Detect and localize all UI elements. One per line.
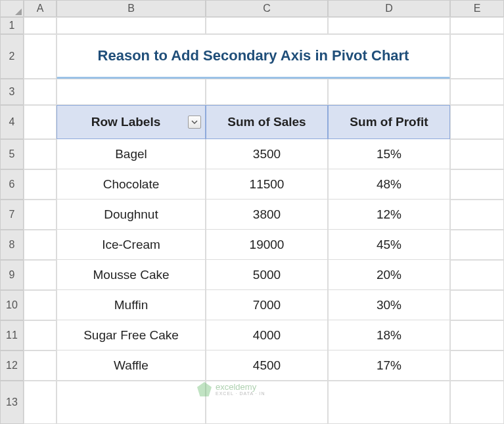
cell[interactable] xyxy=(450,169,504,200)
cell[interactable] xyxy=(450,200,504,230)
table-row-label[interactable]: Sugar Free Cake xyxy=(57,320,206,350)
cell[interactable] xyxy=(450,381,504,424)
cell[interactable] xyxy=(206,17,328,34)
cell[interactable] xyxy=(24,169,57,200)
row-header-13[interactable]: 13 xyxy=(0,381,24,424)
cell[interactable] xyxy=(24,260,57,290)
table-row-profit[interactable]: 45% xyxy=(328,230,450,260)
col-header-c[interactable]: C xyxy=(206,0,328,17)
col-header-b[interactable]: B xyxy=(57,0,206,17)
col-header-d[interactable]: D xyxy=(328,0,450,17)
pivot-header-sum-sales[interactable]: Sum of Sales xyxy=(206,105,328,139)
cell[interactable] xyxy=(24,320,57,350)
cell[interactable] xyxy=(450,230,504,260)
table-row-label[interactable]: Muffin xyxy=(57,290,206,320)
cell[interactable] xyxy=(24,17,57,34)
row-header-6[interactable]: 6 xyxy=(0,169,24,200)
spreadsheet-grid: A B C D E 1 2 3 4 5 6 7 8 9 10 11 12 13 … xyxy=(0,0,504,424)
table-row-label[interactable]: Bagel xyxy=(57,139,206,169)
cell[interactable] xyxy=(206,381,328,424)
filter-dropdown-button[interactable] xyxy=(188,116,201,129)
cell[interactable] xyxy=(450,290,504,320)
row-header-11[interactable]: 11 xyxy=(0,320,24,350)
table-row-sales[interactable]: 5000 xyxy=(206,260,328,290)
cell[interactable] xyxy=(450,350,504,381)
cell[interactable] xyxy=(450,17,504,34)
table-row-sales[interactable]: 4500 xyxy=(206,350,328,381)
row-header-7[interactable]: 7 xyxy=(0,200,24,230)
pivot-header-sum-profit[interactable]: Sum of Profit xyxy=(328,105,450,139)
table-row-sales[interactable]: 4000 xyxy=(206,320,328,350)
table-title[interactable]: Reason to Add Secondary Axis in Pivot Ch… xyxy=(57,34,450,79)
cell[interactable] xyxy=(450,79,504,105)
cell[interactable] xyxy=(206,79,328,105)
table-row-sales[interactable]: 3500 xyxy=(206,139,328,169)
select-all-corner[interactable] xyxy=(0,0,24,17)
cell[interactable] xyxy=(24,105,57,139)
row-header-8[interactable]: 8 xyxy=(0,230,24,260)
table-row-label[interactable]: Doughnut xyxy=(57,200,206,230)
cell[interactable] xyxy=(24,290,57,320)
table-row-label[interactable]: Chocolate xyxy=(57,169,206,200)
cell[interactable] xyxy=(24,200,57,230)
table-row-label[interactable]: Waffle xyxy=(57,350,206,381)
table-row-label[interactable]: Mousse Cake xyxy=(57,260,206,290)
row-header-2[interactable]: 2 xyxy=(0,34,24,79)
table-row-label[interactable]: Ice-Cream xyxy=(57,230,206,260)
table-row-sales[interactable]: 7000 xyxy=(206,290,328,320)
cell[interactable] xyxy=(24,350,57,381)
pivot-header-label: Row Labels xyxy=(91,115,161,129)
cell[interactable] xyxy=(450,260,504,290)
chevron-down-icon xyxy=(191,119,198,125)
col-header-a[interactable]: A xyxy=(24,0,57,17)
table-row-profit[interactable]: 18% xyxy=(328,320,450,350)
table-row-profit[interactable]: 48% xyxy=(328,169,450,200)
cell[interactable] xyxy=(24,381,57,424)
cell[interactable] xyxy=(24,139,57,169)
table-row-sales[interactable]: 3800 xyxy=(206,200,328,230)
table-row-profit[interactable]: 17% xyxy=(328,350,450,381)
row-header-1[interactable]: 1 xyxy=(0,17,24,34)
cell[interactable] xyxy=(24,79,57,105)
table-row-profit[interactable]: 20% xyxy=(328,260,450,290)
cell[interactable] xyxy=(57,79,206,105)
cell[interactable] xyxy=(450,320,504,350)
cell[interactable] xyxy=(328,381,450,424)
row-header-5[interactable]: 5 xyxy=(0,139,24,169)
cell[interactable] xyxy=(57,17,206,34)
cell[interactable] xyxy=(450,105,504,139)
cell[interactable] xyxy=(24,230,57,260)
row-header-9[interactable]: 9 xyxy=(0,260,24,290)
row-header-3[interactable]: 3 xyxy=(0,79,24,105)
row-header-12[interactable]: 12 xyxy=(0,350,24,381)
cell[interactable] xyxy=(450,139,504,169)
table-row-profit[interactable]: 12% xyxy=(328,200,450,230)
table-row-sales[interactable]: 11500 xyxy=(206,169,328,200)
cell[interactable] xyxy=(57,381,206,424)
cell[interactable] xyxy=(450,34,504,79)
cell[interactable] xyxy=(328,79,450,105)
cell[interactable] xyxy=(24,34,57,79)
cell[interactable] xyxy=(328,17,450,34)
row-header-10[interactable]: 10 xyxy=(0,290,24,320)
table-row-sales[interactable]: 19000 xyxy=(206,230,328,260)
table-row-profit[interactable]: 15% xyxy=(328,139,450,169)
row-header-4[interactable]: 4 xyxy=(0,105,24,139)
col-header-e[interactable]: E xyxy=(450,0,504,17)
table-row-profit[interactable]: 30% xyxy=(328,290,450,320)
pivot-header-row-labels[interactable]: Row Labels xyxy=(57,105,206,139)
